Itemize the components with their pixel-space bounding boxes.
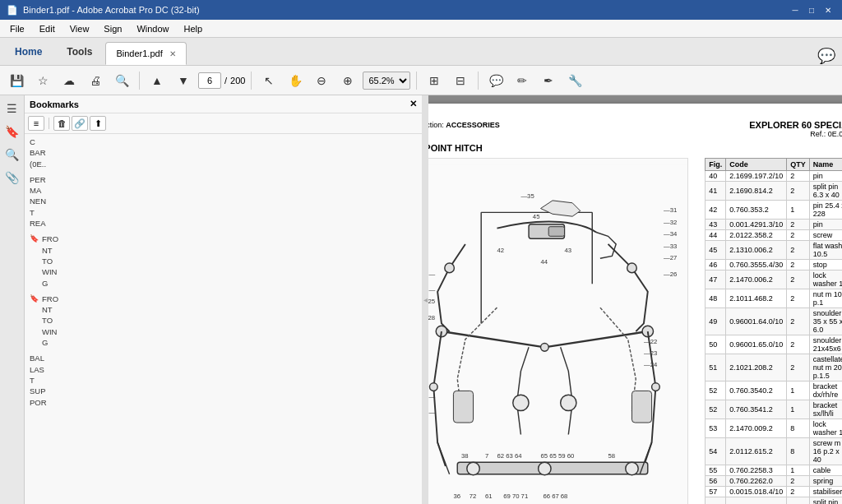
sidebar-search-icon[interactable]: 🔍 — [2, 145, 22, 164]
bookmarks-options-button[interactable]: ≡ — [28, 116, 44, 131]
zoom-out-toolbar-button[interactable]: 🔍 — [110, 69, 133, 92]
svg-text:66 67 68: 66 67 68 — [544, 492, 568, 500]
bookmark-item-1[interactable]: PERMANENTREA — [25, 172, 422, 231]
menu-sign[interactable]: Sign — [97, 22, 128, 35]
cell-name: flat washer 10.5 — [809, 241, 842, 260]
svg-point-44 — [513, 395, 529, 410]
bookmarks-toolbar: ≡ 🗑 🔗 ⬆ — [25, 113, 422, 134]
bookmarks-link-button[interactable]: 🔗 — [72, 116, 88, 131]
zoom-in-button[interactable]: ⊕ — [336, 69, 359, 92]
zoom-out-button[interactable]: ⊖ — [310, 69, 333, 92]
bookmark-item-2[interactable]: FRONTTOWING — [25, 231, 422, 290]
toolbar-separator-1 — [139, 72, 140, 90]
minimize-button[interactable]: ─ — [788, 3, 803, 16]
menu-file[interactable]: File — [3, 22, 31, 35]
maximize-button[interactable]: □ — [804, 3, 819, 16]
pdf-viewing-area[interactable]: Section: ACCESSORIES EXPLORER 60 SPECIAL… — [428, 95, 842, 504]
svg-text:44: 44 — [541, 258, 548, 266]
svg-text:—27: —27 — [664, 254, 677, 261]
panel-splitter[interactable]: ◂ — [422, 95, 428, 504]
two-page-button[interactable]: ⊟ — [449, 69, 472, 92]
more-tools-button[interactable]: 🔧 — [563, 69, 586, 92]
menu-window[interactable]: Window — [130, 22, 175, 35]
bookmarks-delete-button[interactable]: 🗑 — [53, 116, 70, 131]
parts-diagram-svg: —31 —32 —34 —33 —27 —26 21— 19— —25 —28 … — [428, 158, 688, 504]
bookmarks-close-button[interactable]: ✕ — [409, 99, 417, 109]
bookmark-item-0[interactable]: CBAR(0E.. — [25, 134, 422, 172]
cell-code: 0.760.3540.2 — [726, 381, 787, 400]
svg-text:56—: 56— — [428, 409, 436, 416]
bookmark-button[interactable]: ☆ — [31, 69, 54, 92]
cell-qty: 2 — [787, 241, 810, 260]
page-navigation: / 200 — [198, 72, 245, 89]
col-fig: Fig. — [706, 159, 726, 171]
cell-name: pin 25.4 x 228 — [809, 201, 842, 220]
svg-text:—32: —32 — [664, 219, 677, 226]
bookmark-item-4[interactable]: BALLASTSUPPOR — [25, 350, 422, 409]
svg-text:—35: —35 — [521, 192, 534, 200]
cell-qty: 2 — [787, 497, 810, 505]
cell-fig: 56 — [706, 476, 726, 487]
cell-name: split pin 4x25 — [809, 497, 842, 505]
tab-tools[interactable]: Tools — [55, 39, 104, 65]
prev-page-button[interactable]: ▲ — [146, 69, 169, 92]
cell-qty: 1 — [787, 465, 810, 476]
toolbar-separator-3 — [416, 72, 417, 90]
table-row: 46 0.760.3555.4/30 2 stop — [706, 260, 842, 270]
svg-point-11 — [430, 383, 438, 391]
close-button[interactable]: ✕ — [821, 3, 835, 16]
sign-button[interactable]: ✒ — [537, 69, 560, 92]
cell-qty: 2 — [787, 171, 810, 182]
highlight-button[interactable]: ✏ — [511, 69, 534, 92]
svg-text:58: 58 — [608, 452, 616, 460]
tab-home[interactable]: Home — [3, 39, 53, 65]
title-bar: 📄 Binder1.pdf - Adobe Acrobat Pro DC (32… — [0, 0, 842, 20]
cell-fig: 54 — [706, 438, 726, 465]
sidebar-bookmark-icon[interactable]: 🔖 — [2, 122, 22, 141]
table-row: 52 0.760.3541.2 1 bracket sx/lh/li — [706, 400, 842, 419]
hand-tool-button[interactable]: ✋ — [284, 69, 307, 92]
print-button[interactable]: 🖨 — [84, 69, 107, 92]
tab-document[interactable]: Binder1.pdf ✕ — [105, 42, 186, 65]
svg-text:—26: —26 — [664, 270, 677, 278]
sidebar-attach-icon[interactable]: 📎 — [2, 168, 22, 187]
table-row: 51 2.1021.208.2 2 castellated nut m 20 p… — [706, 354, 842, 381]
cell-qty: 2 — [787, 230, 810, 241]
svg-text:—28: —28 — [428, 314, 435, 321]
cell-name: snoulder 21x45x6 — [809, 335, 842, 354]
cell-code: 2.1011.468.2 — [726, 289, 787, 308]
pdf-ref: Ref.: 0E.00.3 — [749, 130, 842, 138]
fit-page-button[interactable]: ⊞ — [423, 69, 446, 92]
svg-text:42: 42 — [497, 247, 505, 254]
save-button[interactable]: 💾 — [5, 69, 28, 92]
pdf-page: Section: ACCESSORIES EXPLORER 60 SPECIAL… — [428, 104, 842, 504]
tab-document-label: Binder1.pdf — [116, 49, 162, 58]
chat-icon[interactable]: 💬 — [817, 47, 835, 65]
table-row: 57 0.0015.018.4/10 2 stabiliser — [706, 487, 842, 497]
svg-text:62 63 64: 62 63 64 — [497, 452, 523, 460]
sidebar-icon-strip: ☰ 🔖 🔍 📎 — [0, 95, 25, 504]
zoom-select[interactable]: 50% 65.2% 75% 100% 125% 150% — [363, 72, 410, 90]
menu-view[interactable]: View — [63, 22, 96, 35]
menu-edit[interactable]: Edit — [33, 22, 62, 35]
tab-close-button[interactable]: ✕ — [169, 49, 176, 58]
cell-code: 2.1470.006.2 — [726, 270, 787, 289]
cell-name: lock washer 16 — [809, 419, 842, 438]
bookmarks-export-button[interactable]: ⬆ — [90, 116, 106, 131]
bookmark-item-3[interactable]: FRONTTOWING — [25, 291, 422, 350]
title-bar-text: Binder1.pdf - Adobe Acrobat Pro DC (32-b… — [23, 5, 200, 15]
sync-button[interactable]: ☁ — [58, 69, 81, 92]
cell-name: snoulder 35 x 55 x 6.0 — [809, 308, 842, 335]
menu-help[interactable]: Help — [178, 22, 210, 35]
cell-code: 2.1470.009.2 — [726, 419, 787, 438]
sidebar-nav-icon[interactable]: ☰ — [2, 99, 22, 118]
next-page-button[interactable]: ▼ — [172, 69, 195, 92]
page-separator: / — [224, 76, 227, 86]
total-pages: 200 — [230, 76, 245, 86]
table-row: 48 2.1011.468.2 2 nut m 10 p.1 — [706, 289, 842, 308]
comment-button[interactable]: 💬 — [484, 69, 507, 92]
select-tool-button[interactable]: ↖ — [257, 69, 280, 92]
cell-fig: 57 — [706, 487, 726, 497]
svg-text:38: 38 — [461, 452, 469, 460]
page-number-input[interactable] — [198, 72, 221, 89]
